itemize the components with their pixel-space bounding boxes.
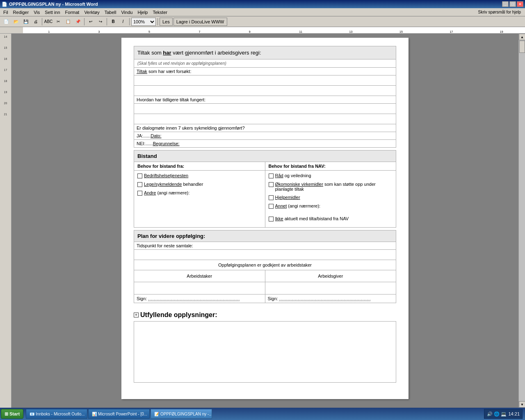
les-button[interactable]: Les — [160, 18, 173, 26]
tiltak-header-text: Tiltak som har vært gjennomført i arbeid… — [137, 50, 261, 56]
ruler-mark: 19 — [500, 30, 503, 33]
checkbox-bedrift-box[interactable] — [137, 173, 142, 178]
windows-icon: ⊞ — [5, 411, 8, 417]
checkbox-rad-box[interactable] — [269, 173, 274, 178]
clock: 14:21 — [508, 411, 520, 416]
scroll-thumb[interactable] — [519, 41, 525, 53]
behov-fra-header: Behov for bistand fra: — [137, 164, 184, 169]
minimize-button[interactable]: _ — [502, 1, 509, 7]
tray-icons: 🔊 🌐 💻 — [487, 411, 507, 417]
ruler-mark: 9 — [249, 30, 251, 33]
menu-format[interactable]: Format — [63, 9, 82, 16]
ruler-mark: 1 — [48, 30, 50, 33]
ruler-mark: 5 — [148, 30, 150, 33]
sign-arbeidstaker-line: ........................................… — [148, 297, 240, 301]
taskbar: ⊞ Start 📧 Innboks - Microsoft Outlo... 📊… — [0, 408, 525, 420]
utfyllende-section: + Utfyllende opplysninger: — [134, 311, 396, 383]
left-ruler: 141516 1718 1920 21 — [0, 34, 11, 408]
maximize-button[interactable]: □ — [509, 1, 516, 7]
app-icon: 📄 — [2, 2, 7, 7]
checkbox-hjelpemidler-box[interactable] — [269, 195, 274, 200]
help-text: Skriv spørsmål for hjelp — [478, 10, 524, 14]
scroll-up-button[interactable]: ▲ — [519, 34, 525, 40]
checkbox-lege-box[interactable] — [137, 182, 142, 187]
checkbox-hjelpemidler: Hjelpemidler — [269, 195, 393, 200]
checkbox-andre: Andre (angi nærmere): — [137, 190, 262, 196]
menu-fil[interactable]: Fil — [1, 9, 11, 16]
checkbox-bedrift: Bedriftshelsetjenesten — [137, 173, 262, 178]
powerpoint-icon: 📊 — [92, 412, 97, 416]
new-button[interactable]: 📄 — [2, 17, 11, 26]
checkbox-lege-label: Lege/sykmeldende behandler — [144, 182, 203, 187]
checkbox-bedrift-label: Bedriftshelsetjenesten — [144, 173, 188, 178]
taskbar-btn-outlook[interactable]: 📧 Innboks - Microsoft Outlo... — [26, 409, 87, 419]
arbeidstaker-label: Arbeidstaker — [187, 274, 212, 278]
save-button[interactable]: 💾 — [21, 17, 30, 26]
checkbox-ikke: Ikke aktuelt med tilta/bistand fra NAV — [269, 216, 393, 221]
taskbar-btn-word[interactable]: 📝 OPPFØLGINGSPLAN ny -... — [151, 409, 212, 419]
utfyllende-box[interactable] — [134, 321, 396, 383]
copy-button[interactable]: 📋 — [64, 17, 73, 26]
start-button[interactable]: ⊞ Start — [1, 409, 23, 419]
checkbox-ikke-box[interactable] — [269, 217, 274, 221]
right-scrollbar[interactable]: ▲ ▼ — [518, 34, 525, 408]
bistand-table: Bistand Behov for bistand fra: Behov for… — [134, 150, 396, 228]
checkbox-hjelpemidler-label: Hjelpemidler — [275, 195, 300, 200]
scroll-down-button[interactable]: ▼ — [519, 401, 525, 408]
menu-bar: Fil Rediger Vis Sett inn Format Verktøy … — [0, 8, 525, 16]
checkbox-okonomiske-label: Økomoniske virkemidler som kan støtte op… — [275, 182, 393, 192]
taskbar-right: 🔊 🌐 💻 14:21 — [484, 409, 524, 419]
redo-button[interactable]: ↪ — [96, 17, 105, 26]
ruler-mark: 11 — [299, 30, 302, 33]
ruler-mark: 3 — [98, 30, 100, 33]
italic-button[interactable]: I — [119, 17, 128, 26]
taskbar-btn-powerpoint[interactable]: 📊 Microsoft PowerPoint - [0... — [88, 409, 150, 419]
ruler-mark: 17 — [450, 30, 453, 33]
har-text: har — [163, 50, 171, 56]
title-bar: 📄 OPPFØLGINGSPLAN ny - Microsoft Word _ … — [0, 0, 525, 8]
title-bar-controls[interactable]: _ □ × — [502, 1, 523, 7]
plan-table: Plan for videre oppfølging: Tidspunkt fo… — [134, 230, 396, 303]
bold-button[interactable]: B — [109, 17, 118, 26]
sign-arbeidsgiver-line: ........................................… — [279, 297, 371, 301]
checkbox-rad: Råd og veiledning — [269, 173, 393, 178]
checkbox-annet-box[interactable] — [269, 204, 274, 209]
ja-label: JA:......Dato: — [137, 133, 162, 138]
doc-area[interactable]: Tiltak som har vært gjennomført i arbeid… — [11, 34, 518, 408]
main-area: 141516 1718 1920 21 Tiltak som har vært … — [0, 34, 525, 408]
checkbox-annet: Annet (angi nærmere): — [269, 203, 393, 209]
cut-button[interactable]: ✂ — [54, 17, 63, 26]
menu-rediger[interactable]: Rediger — [11, 9, 32, 16]
menu-vindu[interactable]: Vindu — [119, 9, 135, 16]
paste-button[interactable]: 📌 — [73, 17, 82, 26]
lagre-button[interactable]: Lagre i DocuLive WWW — [173, 18, 227, 26]
outlook-icon: 📧 — [30, 412, 34, 416]
ruler: 1 3 5 7 9 11 13 15 17 19 — [0, 27, 525, 34]
document-page: Tiltak som har vært gjennomført i arbeid… — [121, 38, 409, 399]
print-button[interactable]: 🖨 — [31, 17, 40, 26]
godkjent-label: Oppfølgingsplanen er godkjent av arbeids… — [218, 262, 312, 267]
ruler-mark: 13 — [349, 30, 353, 33]
zoom-select[interactable]: 100% — [131, 18, 156, 26]
tiltak-forsok-rest: som har vært forsøkt: — [148, 69, 192, 74]
utfyllende-header: Utfyllende opplysninger: — [140, 311, 217, 319]
toolbar: 📄 📂 💾 🖨 ABC ✂ 📋 📌 ↩ ↪ B I 100% Les Lagre… — [0, 16, 525, 27]
menu-verktoy[interactable]: Verktøy — [82, 9, 102, 16]
menu-tekster[interactable]: Tekster — [150, 9, 169, 16]
undo-button[interactable]: ↩ — [86, 17, 95, 26]
window-title: OPPFØLGINGSPLAN ny - Microsoft Word — [9, 2, 98, 7]
checkbox-andre-box[interactable] — [137, 191, 142, 196]
system-tray: 🔊 🌐 💻 14:21 — [484, 409, 523, 419]
menu-tabell[interactable]: Tabell — [102, 9, 119, 16]
menu-hjelp[interactable]: Hjelp — [135, 9, 150, 16]
menu-vis[interactable]: Vis — [31, 9, 42, 16]
scroll-track[interactable] — [519, 40, 525, 401]
expand-icon[interactable]: + — [134, 313, 139, 317]
menu-sett-inn[interactable]: Sett inn — [42, 9, 62, 16]
spell-check-button[interactable]: ABC — [44, 17, 53, 26]
checkbox-okonomiske: Økomoniske virkemidler som kan støtte op… — [269, 182, 393, 192]
dialog-label: Er dialogmøte innen 7 ukers sykmelding g… — [137, 126, 245, 130]
open-button[interactable]: 📂 — [11, 17, 21, 26]
checkbox-okonomiske-box[interactable] — [269, 182, 274, 187]
close-button[interactable]: × — [517, 1, 523, 7]
